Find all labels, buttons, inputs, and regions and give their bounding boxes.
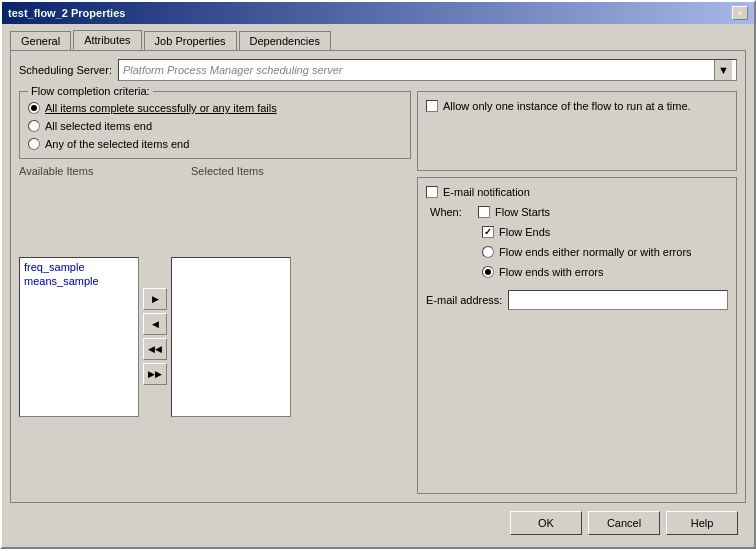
scheduling-server-row: Scheduling Server: Platform Process Mana…: [19, 59, 737, 81]
radio-ends-errors[interactable]: Flow ends with errors: [482, 266, 728, 278]
items-columns: freq_sample means_sample ▶ ◀ ◀◀ ▶▶: [19, 179, 411, 494]
close-button[interactable]: ×: [732, 6, 748, 20]
help-button[interactable]: Help: [666, 511, 738, 535]
radio-ends-errors-circle: [482, 266, 494, 278]
radio-ends-either-label: Flow ends either normally or with errors: [499, 246, 692, 258]
tab-dependencies[interactable]: Dependencies: [239, 31, 331, 50]
radio-ends-either-circle: [482, 246, 494, 258]
end-options: Flow ends either normally or with errors…: [426, 246, 728, 278]
flow-completion-legend: Flow completion criteria:: [28, 85, 153, 97]
flow-ends-checkbox[interactable]: Flow Ends: [482, 226, 728, 238]
flow-ends-label: Flow Ends: [499, 226, 550, 238]
available-items-list[interactable]: freq_sample means_sample: [19, 257, 139, 417]
selected-items-list[interactable]: [171, 257, 291, 417]
radio-all-complete-label: All items complete successfully or any i…: [45, 102, 277, 114]
ok-button[interactable]: OK: [510, 511, 582, 535]
move-left-button[interactable]: ◀: [143, 313, 167, 335]
tab-attributes[interactable]: Attributes: [73, 30, 141, 50]
email-address-row: E-mail address:: [426, 290, 728, 310]
dropdown-arrow-icon[interactable]: ▼: [714, 60, 732, 80]
radio-all-end-circle: [28, 120, 40, 132]
flow-starts-label: Flow Starts: [495, 206, 550, 218]
email-notification-checkbox-box[interactable]: [426, 186, 438, 198]
left-column: Flow completion criteria: All items comp…: [19, 91, 411, 494]
radio-ends-errors-label: Flow ends with errors: [499, 266, 604, 278]
move-all-right-button[interactable]: ▶▶: [143, 363, 167, 385]
right-column: Allow only one instance of the flow to r…: [417, 91, 737, 494]
radio-all-complete[interactable]: All items complete successfully or any i…: [28, 102, 402, 114]
when-row: When: Flow Starts: [426, 206, 728, 218]
email-notification-header: E-mail notification: [426, 186, 728, 198]
scheduling-server-value: Platform Process Manager scheduling serv…: [123, 64, 714, 76]
list-item-freq-sample[interactable]: freq_sample: [22, 260, 136, 274]
selected-items-label: Selected Items: [191, 165, 264, 177]
when-label: When:: [430, 206, 470, 218]
items-labels-row: Available Items Selected Items: [19, 165, 411, 177]
tab-job-properties[interactable]: Job Properties: [144, 31, 237, 50]
radio-ends-either[interactable]: Flow ends either normally or with errors: [482, 246, 728, 258]
allow-instance-group: Allow only one instance of the flow to r…: [417, 91, 737, 171]
email-address-input[interactable]: [508, 290, 728, 310]
main-panel: Scheduling Server: Platform Process Mana…: [10, 50, 746, 503]
available-items-label: Available Items: [19, 165, 145, 177]
email-address-label: E-mail address:: [426, 294, 502, 306]
flow-starts-checkbox-box: [478, 206, 490, 218]
radio-any-end-circle: [28, 138, 40, 150]
title-bar-controls: ×: [732, 6, 748, 20]
flow-ends-checkbox-box: [482, 226, 494, 238]
radio-any-end[interactable]: Any of the selected items end: [28, 138, 402, 150]
flow-starts-checkbox[interactable]: Flow Starts: [478, 206, 550, 218]
two-column-layout: Flow completion criteria: All items comp…: [19, 91, 737, 494]
move-right-button[interactable]: ▶: [143, 288, 167, 310]
radio-all-complete-circle: [28, 102, 40, 114]
flow-completion-group: Flow completion criteria: All items comp…: [19, 91, 411, 159]
scheduling-server-label: Scheduling Server:: [19, 64, 112, 76]
dialog-content: General Attributes Job Properties Depend…: [2, 24, 754, 547]
radio-all-end-label: All selected items end: [45, 120, 152, 132]
move-all-left-button[interactable]: ◀◀: [143, 338, 167, 360]
allow-instance-checkbox[interactable]: Allow only one instance of the flow to r…: [426, 100, 691, 112]
flow-completion-radio-group: All items complete successfully or any i…: [28, 102, 402, 150]
main-window: test_flow_2 Properties × General Attribu…: [0, 0, 756, 549]
cancel-button[interactable]: Cancel: [588, 511, 660, 535]
email-notification-group: E-mail notification When: Flow Starts: [417, 177, 737, 494]
transfer-buttons: ▶ ◀ ◀◀ ▶▶: [143, 288, 167, 385]
scheduling-server-dropdown[interactable]: Platform Process Manager scheduling serv…: [118, 59, 737, 81]
radio-any-end-label: Any of the selected items end: [45, 138, 189, 150]
window-title: test_flow_2 Properties: [8, 7, 125, 19]
items-area: Available Items Selected Items freq_samp…: [19, 165, 411, 494]
list-item-means-sample[interactable]: means_sample: [22, 274, 136, 288]
bottom-button-bar: OK Cancel Help: [10, 503, 746, 539]
flow-ends-row: Flow Ends: [426, 226, 728, 238]
tab-bar: General Attributes Job Properties Depend…: [10, 30, 746, 50]
allow-instance-label: Allow only one instance of the flow to r…: [443, 100, 691, 112]
tab-general[interactable]: General: [10, 31, 71, 50]
title-bar: test_flow_2 Properties ×: [2, 2, 754, 24]
allow-instance-checkbox-box: [426, 100, 438, 112]
email-notification-label: E-mail notification: [443, 186, 530, 198]
radio-all-end[interactable]: All selected items end: [28, 120, 402, 132]
